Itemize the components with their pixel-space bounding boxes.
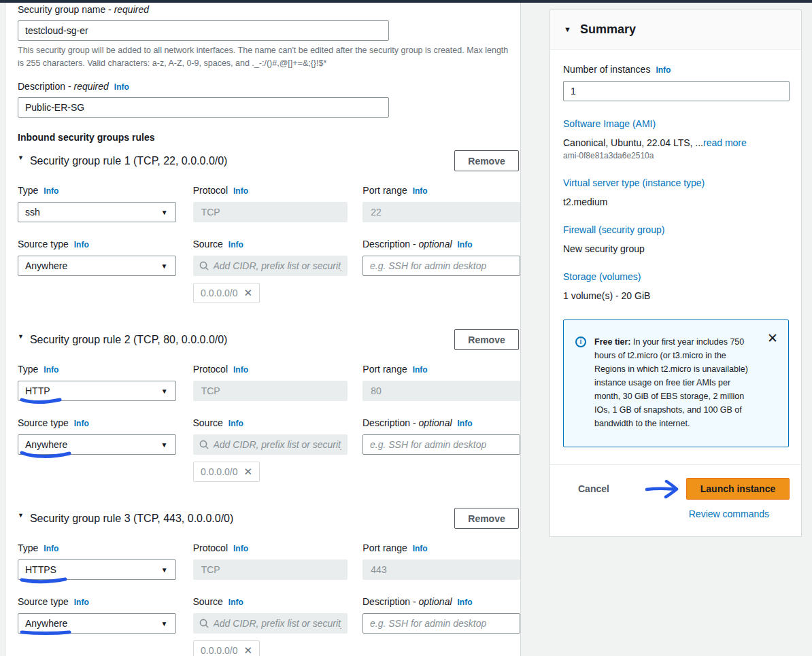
protocol-label: ProtocolInfo [193,185,348,196]
rule-description-label: Description - optionalInfo [362,596,520,607]
rule-3-cidr-tag: 0.0.0.0/0 ✕ [193,640,260,656]
rule-2-port-field: 80 [362,381,520,401]
rule-3-port-field: 443 [362,559,520,580]
rule-2-protocol-field: TCP [193,381,348,401]
rule-description-info-link[interactable]: Info [458,598,473,607]
type-info-link[interactable]: Info [44,544,58,553]
search-icon [199,440,209,449]
software-image-link[interactable]: Software Image (AMI) [563,118,656,129]
rule-1-type-select[interactable]: ssh▼ [18,202,176,222]
rule-3-source-search[interactable] [193,613,348,634]
rule-2-description-input[interactable] [362,434,520,455]
ink-underline-annotation [20,450,71,460]
firewall-value: New security group [563,243,789,254]
number-of-instances-label: Number of instancesInfo [563,64,789,75]
ami-description: Canonical, Ubuntu, 22.04 LTS, ...read mo… [563,137,789,148]
protocol-label: ProtocolInfo [193,364,348,375]
source-type-label: Source typeInfo [18,596,176,607]
security-group-rule-2: ▼Security group rule 2 (TCP, 80, 0.0.0.0… [18,329,520,482]
rule-3-protocol-field: TCP [193,559,348,580]
instances-info-link[interactable]: Info [656,65,671,75]
port-info-link[interactable]: Info [413,365,428,375]
source-type-label: Source typeInfo [18,239,176,249]
port-range-label: Port rangeInfo [362,185,520,196]
description-info-link[interactable]: Info [114,82,129,92]
rule-description-label: Description - optionalInfo [362,417,520,428]
close-icon[interactable]: ✕ [767,332,778,345]
rule-2-source-search[interactable] [193,434,348,455]
rule-description-info-link[interactable]: Info [458,240,473,249]
cancel-button[interactable]: Cancel [578,483,609,494]
rule-2-type-select[interactable]: HTTP▼ [18,381,176,401]
remove-rule-1-button[interactable]: Remove [454,150,519,171]
collapse-caret-icon: ▼ [18,512,24,519]
rule-1-source-type-select[interactable]: Anywhere▼ [18,256,176,276]
rule-1-port-field: 22 [362,202,520,222]
summary-header[interactable]: ▼Summary [550,10,801,50]
rule-1-description-input[interactable] [362,256,520,276]
rule-1-source-search[interactable] [193,256,348,276]
instance-type-link[interactable]: Virtual server type (instance type) [563,177,705,188]
rule-3-title: ▼Security group rule 3 (TCP, 443, 0.0.0.… [18,512,233,525]
source-info-link[interactable]: Info [229,419,243,428]
remove-cidr-icon[interactable]: ✕ [244,466,253,478]
summary-footer: Cancel Launch instance Review commands [550,464,801,536]
annotation-arrow [645,479,681,499]
description-input[interactable] [18,97,389,118]
type-info-link[interactable]: Info [44,186,58,196]
security-group-name-input[interactable] [18,20,389,41]
collapse-caret-icon: ▼ [18,154,24,161]
number-of-instances-input[interactable] [563,81,790,101]
rule-3-source-type-select[interactable]: Anywhere▼ [18,613,176,634]
rule-description-info-link[interactable]: Info [458,419,473,428]
firewall-link[interactable]: Firewall (security group) [563,224,664,235]
description-label: Description - requiredInfo [18,81,520,92]
storage-value: 1 volume(s) - 20 GiB [563,290,789,301]
rule-1-title: ▼Security group rule 1 (TCP, 22, 0.0.0.0… [18,154,227,167]
source-type-info-link[interactable]: Info [74,419,89,428]
type-label: TypeInfo [18,542,176,553]
read-more-link[interactable]: read more [703,137,747,148]
source-label: SourceInfo [193,239,348,249]
source-info-link[interactable]: Info [229,598,243,607]
rule-2-source-type-select[interactable]: Anywhere▼ [18,434,176,455]
source-info-link[interactable]: Info [229,240,243,249]
port-range-label: Port rangeInfo [362,542,520,553]
remove-cidr-icon[interactable]: ✕ [244,287,253,299]
rule-1-protocol-field: TCP [193,202,348,222]
rule-3-source-input[interactable] [214,618,342,629]
source-type-info-link[interactable]: Info [74,598,89,607]
rule-3-header[interactable]: ▼Security group rule 3 (TCP, 443, 0.0.0.… [18,508,519,529]
collapse-caret-icon: ▼ [564,25,571,33]
summary-title: Summary [580,22,636,36]
port-info-link[interactable]: Info [413,544,428,553]
security-group-name-help: This security group will be added to all… [18,44,516,70]
rule-2-source-input[interactable] [214,439,342,450]
rule-3-type-select[interactable]: HTTPS▼ [18,559,176,580]
remove-rule-2-button[interactable]: Remove [454,329,519,350]
type-info-link[interactable]: Info [44,365,58,375]
review-commands-link[interactable]: Review commands [689,508,769,519]
source-type-info-link[interactable]: Info [74,240,89,249]
protocol-label: ProtocolInfo [193,542,348,553]
security-group-form-panel: Security group name - required This secu… [5,3,521,656]
chevron-down-icon: ▼ [161,441,168,449]
protocol-info-link[interactable]: Info [233,544,248,553]
protocol-info-link[interactable]: Info [233,186,248,196]
remove-rule-3-button[interactable]: Remove [454,508,519,529]
remove-cidr-icon[interactable]: ✕ [244,644,253,656]
rule-3-description-input[interactable] [362,613,520,634]
ink-underline-annotation [20,629,71,636]
rule-1-source-input[interactable] [214,260,342,271]
launch-instance-button[interactable]: Launch instance [686,478,790,500]
type-label: TypeInfo [18,364,176,375]
port-info-link[interactable]: Info [413,186,428,196]
rule-2-cidr-tag: 0.0.0.0/0 ✕ [193,462,260,482]
rule-1-header[interactable]: ▼Security group rule 1 (TCP, 22, 0.0.0.0… [18,150,519,171]
rule-2-header[interactable]: ▼Security group rule 2 (TCP, 80, 0.0.0.0… [18,329,519,350]
protocol-info-link[interactable]: Info [233,365,248,375]
storage-link[interactable]: Storage (volumes) [563,271,641,282]
chevron-down-icon: ▼ [161,566,168,574]
free-tier-notice: i Free tier: In your first year includes… [563,320,789,447]
security-group-name-label: Security group name - required [18,4,520,15]
